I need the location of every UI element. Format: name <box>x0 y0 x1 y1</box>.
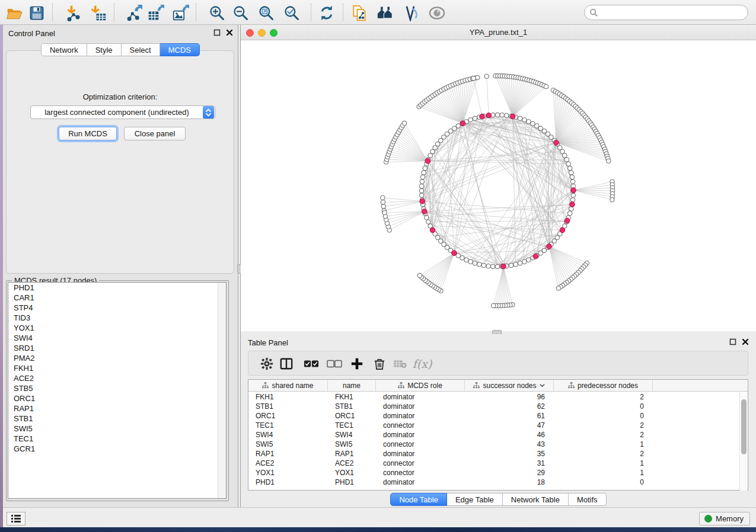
mcds-result-item[interactable]: RAP1 <box>8 403 226 414</box>
ring-node[interactable] <box>505 113 509 118</box>
table-scrollbar-thumb[interactable] <box>741 399 747 454</box>
mcds-node[interactable] <box>425 159 430 164</box>
leaf-node[interactable] <box>556 286 561 291</box>
mcds-node[interactable] <box>452 251 457 256</box>
ring-node[interactable] <box>513 262 518 267</box>
ring-node[interactable] <box>426 220 431 225</box>
leaf-node[interactable] <box>382 210 387 215</box>
mcds-node[interactable] <box>430 227 435 233</box>
column-header-predecessor-nodes[interactable]: predecessor nodes <box>554 380 653 391</box>
select-all-icon[interactable] <box>304 356 319 371</box>
column-manager-icon[interactable] <box>279 356 294 371</box>
leaf-node[interactable] <box>417 273 422 278</box>
table-row[interactable]: YOX1YOX1connector291 <box>248 468 748 477</box>
run-mcds-button[interactable]: Run MCDS <box>59 127 117 140</box>
float-panel-icon[interactable] <box>213 29 221 36</box>
leaf-node[interactable] <box>471 76 476 81</box>
ring-node[interactable] <box>566 162 571 166</box>
mcds-node[interactable] <box>480 114 485 119</box>
zoom-out-icon[interactable] <box>232 4 250 22</box>
close-table-panel-icon[interactable] <box>742 338 749 345</box>
mcds-result-item[interactable]: TID3 <box>8 313 226 323</box>
close-panel-button[interactable]: Close panel <box>124 127 186 140</box>
tab-network-table[interactable]: Network Table <box>503 493 569 506</box>
mcds-result-item[interactable]: SWI4 <box>8 333 226 343</box>
mcds-node[interactable] <box>501 264 506 269</box>
tab-node-table[interactable]: Node Table <box>390 493 447 506</box>
mcds-node[interactable] <box>420 199 425 204</box>
zoom-fit-icon[interactable] <box>257 4 275 22</box>
ring-node[interactable] <box>464 258 469 262</box>
network-window-titlebar[interactable]: YPA_prune.txt_1 <box>241 25 756 40</box>
table-row[interactable]: ACE2ACE2connector311 <box>248 459 748 468</box>
leaf-node[interactable] <box>491 303 496 308</box>
function-builder-icon[interactable]: f(x) <box>414 356 430 371</box>
search-box[interactable] <box>584 5 748 20</box>
mcds-result-item[interactable]: ACE2 <box>8 373 226 383</box>
mcds-result-item[interactable]: SWI5 <box>8 424 226 434</box>
ring-node[interactable] <box>423 166 428 171</box>
mcds-result-item[interactable]: ORC1 <box>8 393 226 403</box>
ring-node[interactable] <box>420 180 425 184</box>
leaf-node[interactable] <box>544 84 548 89</box>
mcds-node[interactable] <box>460 121 465 126</box>
ring-node[interactable] <box>477 262 482 267</box>
ring-node[interactable] <box>473 261 477 265</box>
node-table[interactable]: shared namenameMCDS rolesuccessor nodesp… <box>248 379 748 491</box>
table-row[interactable]: STB1STB1dominator620 <box>248 402 748 411</box>
mcds-result-item[interactable]: CAR1 <box>8 293 226 303</box>
ring-node[interactable] <box>567 166 572 171</box>
mcds-node[interactable] <box>547 244 552 249</box>
ring-node[interactable] <box>569 207 574 211</box>
ring-node[interactable] <box>491 264 496 269</box>
ring-node[interactable] <box>468 118 473 123</box>
float-table-panel-icon[interactable] <box>729 338 736 345</box>
delete-table-icon[interactable] <box>393 356 408 371</box>
ring-node[interactable] <box>567 211 572 216</box>
leaf-node[interactable] <box>610 197 615 202</box>
import-table-icon[interactable] <box>90 4 107 22</box>
table-scrollbar[interactable] <box>739 392 747 491</box>
ring-node[interactable] <box>425 216 429 220</box>
leaf-node[interactable] <box>607 159 611 164</box>
ring-node[interactable] <box>468 259 473 264</box>
tab-select[interactable]: Select <box>122 43 160 56</box>
tab-motifs[interactable]: Motifs <box>569 493 607 506</box>
column-header-successor-nodes[interactable]: successor nodes <box>465 380 554 391</box>
tab-edge-table[interactable]: Edge Table <box>447 493 503 506</box>
tab-network[interactable]: Network <box>41 43 87 56</box>
ring-node[interactable] <box>420 175 425 180</box>
search-input[interactable] <box>598 8 748 17</box>
table-row[interactable]: PHD1PHD1dominator180 <box>248 477 748 487</box>
ring-node[interactable] <box>570 198 575 203</box>
leaf-node[interactable] <box>381 204 386 209</box>
memory-button[interactable]: Memory <box>699 512 750 525</box>
mcds-node[interactable] <box>570 202 575 207</box>
mcds-result-item[interactable]: GCR1 <box>8 444 226 454</box>
column-header-name[interactable]: name <box>328 380 376 391</box>
refresh-icon[interactable] <box>318 4 336 22</box>
ring-node[interactable] <box>518 261 522 265</box>
mcds-node[interactable] <box>560 227 565 233</box>
mcds-result-item[interactable]: TEC1 <box>8 434 226 444</box>
table-row[interactable]: FKH1FKH1dominator962 <box>248 392 748 402</box>
mcds-node[interactable] <box>571 188 576 193</box>
ring-node[interactable] <box>522 259 527 264</box>
mcds-result-item[interactable]: FKH1 <box>8 363 226 373</box>
ring-node[interactable] <box>495 113 500 117</box>
graphics-details-icon[interactable] <box>401 4 419 22</box>
mcds-node[interactable] <box>564 218 570 223</box>
ring-node[interactable] <box>422 171 426 175</box>
mcds-list-scrollbar[interactable] <box>218 283 226 498</box>
ring-node[interactable] <box>571 193 576 198</box>
leaf-node[interactable] <box>484 74 489 79</box>
close-panel-icon[interactable] <box>226 29 233 36</box>
task-history-button[interactable] <box>7 512 25 525</box>
zoom-in-icon[interactable] <box>208 4 226 22</box>
zoom-selected-icon[interactable] <box>283 4 301 22</box>
ring-node[interactable] <box>473 116 477 121</box>
first-neighbors-icon[interactable] <box>377 4 394 22</box>
ring-node[interactable] <box>563 153 567 158</box>
mcds-result-list[interactable]: PHD1CAR1STP4TID3YOX1SWI4SRD1PMA2FKH1ACE2… <box>8 282 227 499</box>
leaf-node[interactable] <box>381 200 385 204</box>
